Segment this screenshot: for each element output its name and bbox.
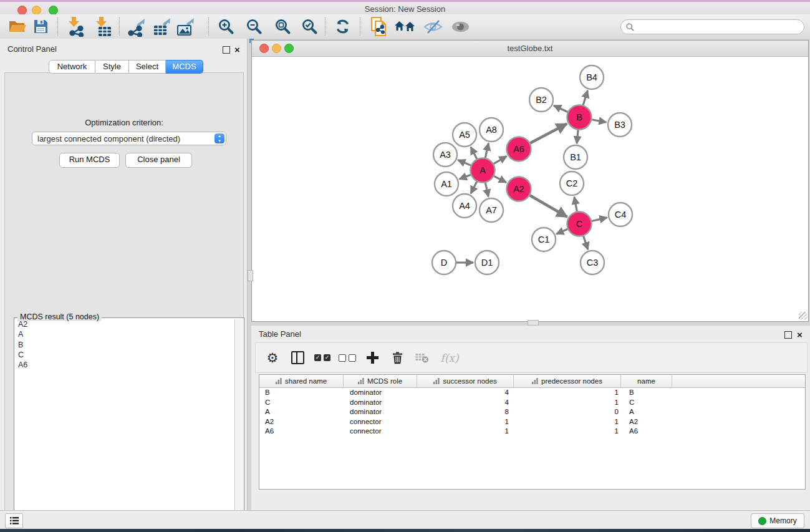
hide-eye-button[interactable]: [421, 16, 445, 37]
open-file-icon: [8, 19, 27, 34]
node-table-body: Bdominator41BCdominator41CAdominator80AA…: [259, 388, 805, 437]
float-panel-icon[interactable]: [784, 331, 792, 339]
svg-text:B2: B2: [536, 95, 547, 105]
edge-A-A1: [460, 175, 471, 179]
zoom-fit-icon: [274, 18, 291, 35]
node-C3[interactable]: C3: [581, 251, 604, 274]
import-table-button[interactable]: [91, 16, 115, 37]
delete-table-button[interactable]: [414, 350, 430, 366]
run-mcds-button[interactable]: Run MCDS: [59, 153, 120, 168]
node-B1[interactable]: B1: [564, 145, 587, 169]
export-image-button[interactable]: [174, 16, 198, 37]
main-toolbar: [0, 14, 810, 39]
mcds-result-list[interactable]: A2ABCA6: [15, 319, 234, 532]
control-panel: Control Panel × Optimization criterion: …: [0, 39, 248, 510]
node-A[interactable]: A: [471, 158, 495, 183]
result-scrollbar[interactable]: [234, 319, 243, 532]
column-header-predecessor-nodes[interactable]: predecessor nodes: [514, 375, 621, 387]
import-network-button[interactable]: [64, 16, 87, 37]
close-panel-button[interactable]: Close panel: [125, 153, 192, 168]
node-C[interactable]: C: [567, 212, 592, 236]
gear-button[interactable]: ⚙: [264, 350, 281, 366]
node-table: shared name MCDS role successor nodes pr…: [259, 374, 806, 490]
node-B2[interactable]: B2: [529, 88, 553, 112]
table-row[interactable]: Cdominator41C: [259, 398, 805, 408]
node-C2[interactable]: C2: [560, 172, 584, 195]
splitter-handle[interactable]: [528, 320, 539, 326]
open-file-button[interactable]: [6, 16, 29, 37]
add-column-button[interactable]: [364, 350, 380, 366]
criterion-value: largest connected component (directed): [37, 134, 180, 143]
network-canvas[interactable]: B4B2BB3A5A8A6B1A3AC2A1A2A4A7C4CC1C3DD1: [253, 57, 808, 321]
node-A6[interactable]: A6: [507, 137, 531, 162]
zoom-in-button[interactable]: [214, 16, 238, 37]
network-window-title: testGlobe.txt: [252, 43, 808, 54]
home-network-button[interactable]: [393, 16, 417, 37]
save-session-button[interactable]: [29, 16, 52, 37]
deselect-all-button[interactable]: [339, 350, 355, 366]
close-panel-icon[interactable]: ×: [797, 331, 803, 339]
task-history-button[interactable]: [5, 513, 23, 528]
desktop-strip-bottom: [0, 529, 810, 532]
delete-button[interactable]: [389, 350, 405, 366]
float-panel-icon[interactable]: [223, 46, 230, 54]
show-eye-button[interactable]: [448, 16, 472, 37]
column-header-shared-name[interactable]: shared name: [259, 375, 344, 387]
network-view: B4B2BB3A5A8A6B1A3AC2A1A2A4A7C4CC1C3DD1: [253, 57, 808, 321]
node-B[interactable]: B: [567, 105, 592, 130]
memory-button[interactable]: Memory: [751, 513, 804, 528]
refresh-button[interactable]: [330, 16, 354, 37]
mcds-result-title: MCDS result (5 nodes): [17, 312, 102, 321]
function-builder-button[interactable]: f(x): [439, 350, 460, 366]
svg-text:C: C: [576, 219, 582, 229]
select-all-button[interactable]: ✓✓: [314, 350, 330, 366]
node-B4[interactable]: B4: [580, 65, 604, 89]
node-A4[interactable]: A4: [453, 194, 476, 218]
node-A7[interactable]: A7: [480, 198, 503, 222]
node-B3[interactable]: B3: [608, 113, 632, 137]
zoom-fit-button[interactable]: [271, 16, 294, 37]
node-C4[interactable]: C4: [609, 203, 632, 226]
node-A5[interactable]: A5: [453, 123, 476, 147]
tab-select[interactable]: Select: [129, 60, 166, 74]
hide-eye-icon: [423, 19, 443, 34]
search-input[interactable]: [637, 22, 804, 32]
network-window-titlebar[interactable]: testGlobe.txt: [252, 41, 808, 57]
node-A2[interactable]: A2: [507, 177, 531, 201]
node-A1[interactable]: A1: [435, 172, 458, 196]
table-row[interactable]: Bdominator41B: [259, 388, 805, 398]
node-A3[interactable]: A3: [433, 143, 457, 167]
toolbar-separator: [208, 17, 209, 36]
table-row[interactable]: A6connector11A6: [259, 427, 805, 437]
close-panel-icon[interactable]: ×: [234, 46, 240, 54]
criterion-dropdown[interactable]: largest connected component (directed) ▲…: [32, 132, 226, 145]
svg-text:C3: C3: [587, 258, 599, 268]
zoom-selected-button[interactable]: [297, 16, 321, 37]
splitter-handle[interactable]: [248, 270, 253, 281]
zoom-out-button[interactable]: [242, 16, 266, 37]
export-table-button[interactable]: [150, 16, 174, 37]
node-C1[interactable]: C1: [532, 228, 556, 251]
resize-grip[interactable]: [799, 312, 807, 320]
memory-label: Memory: [769, 516, 796, 525]
tab-mcds[interactable]: MCDS: [166, 60, 203, 74]
result-item: C: [15, 350, 234, 360]
export-image-icon: [175, 16, 196, 37]
node-A8[interactable]: A8: [480, 118, 503, 142]
export-network-button[interactable]: [125, 16, 149, 37]
columns-button[interactable]: [289, 350, 306, 366]
column-header-name[interactable]: name: [621, 375, 672, 387]
node-D[interactable]: D: [432, 251, 456, 274]
table-row[interactable]: Adominator80A: [259, 407, 805, 417]
node-D1[interactable]: D1: [475, 251, 499, 274]
column-header-mcds-role[interactable]: MCDS role: [344, 375, 417, 387]
svg-text:A4: A4: [459, 201, 470, 211]
network-file-button[interactable]: [368, 16, 392, 37]
tab-network[interactable]: Network: [49, 60, 95, 74]
svg-text:D: D: [441, 258, 447, 268]
table-row[interactable]: A2connector11A2: [259, 417, 805, 427]
tab-style[interactable]: Style: [95, 60, 129, 74]
columns-icon: [291, 351, 304, 364]
zoom-selected-icon: [301, 18, 318, 35]
column-header-successor-nodes[interactable]: successor nodes: [417, 375, 514, 387]
